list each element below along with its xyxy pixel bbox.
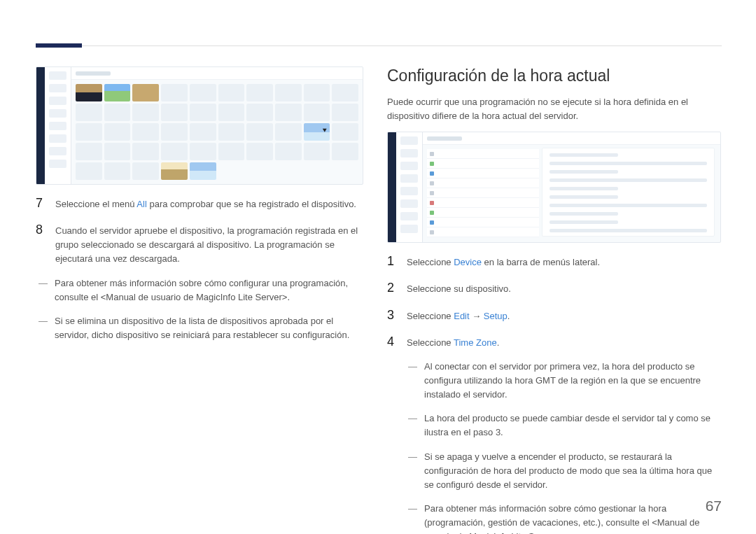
step-text: Seleccione el menú All para comprobar qu… bbox=[55, 197, 363, 211]
text-part: . bbox=[507, 311, 510, 321]
header-divider bbox=[36, 45, 722, 46]
step-8: 8 Cuando el servidor apruebe el disposit… bbox=[36, 223, 363, 266]
note-text: Al conectar con el servidor por primera … bbox=[424, 360, 721, 402]
link-all: All bbox=[136, 199, 146, 209]
step-2: 2 Seleccione su dispositivo. bbox=[387, 281, 721, 296]
note-item: Para obtener más información sobre cómo … bbox=[36, 276, 363, 304]
note-item: Para obtener más información sobre cómo … bbox=[387, 502, 721, 534]
text-part: . bbox=[497, 337, 500, 348]
page-number: 67 bbox=[706, 498, 722, 514]
step-number: 1 bbox=[387, 254, 397, 269]
step-number: 4 bbox=[387, 335, 397, 350]
right-column: Configuración de la hora actual Puede oc… bbox=[387, 66, 721, 534]
text-part: para comprobar que se ha registrado el d… bbox=[147, 199, 356, 209]
step-text: Cuando el servidor apruebe el dispositiv… bbox=[55, 224, 363, 266]
text-part: en la barra de menús lateral. bbox=[482, 257, 600, 267]
note-item: Si se apaga y vuelve a encender el produ… bbox=[387, 450, 721, 492]
step-7: 7 Seleccione el menú All para comprobar … bbox=[36, 196, 363, 211]
step-4: 4 Seleccione Time Zone. bbox=[387, 335, 721, 350]
intro-paragraph: Puede ocurrir que una programación no se… bbox=[387, 95, 721, 123]
link-setup: Setup bbox=[484, 311, 507, 321]
text-part: Seleccione bbox=[407, 311, 454, 321]
step-3: 3 Seleccione Edit → Setup. bbox=[387, 308, 721, 323]
step-text: Seleccione Device en la barra de menús l… bbox=[407, 255, 721, 269]
step-text: Seleccione su dispositivo. bbox=[407, 282, 721, 296]
text-part: Seleccione el menú bbox=[55, 199, 136, 209]
note-text: La hora del producto se puede cambiar de… bbox=[424, 412, 721, 440]
header-accent-bar bbox=[36, 43, 82, 48]
step-1: 1 Seleccione Device en la barra de menús… bbox=[387, 254, 721, 269]
link-device: Device bbox=[454, 257, 482, 267]
text-arrow: → bbox=[470, 311, 484, 321]
left-column: 7 Seleccione el menú All para comprobar … bbox=[36, 66, 363, 342]
note-text: Para obtener más información sobre cómo … bbox=[55, 276, 363, 304]
note-item: Al conectar con el servidor por primera … bbox=[387, 360, 721, 402]
note-item: Si se elimina un dispositivo de la lista… bbox=[36, 314, 363, 342]
step-number: 8 bbox=[36, 223, 46, 238]
screenshot-device-setup bbox=[387, 132, 721, 243]
step-number: 7 bbox=[36, 196, 46, 211]
note-item: La hora del producto se puede cambiar de… bbox=[387, 412, 721, 440]
text-part: Seleccione bbox=[407, 257, 454, 267]
link-edit: Edit bbox=[454, 311, 469, 321]
note-text: Para obtener más información sobre cómo … bbox=[424, 502, 721, 534]
note-text: Si se apaga y vuelve a encender el produ… bbox=[424, 450, 721, 492]
step-text: Seleccione Time Zone. bbox=[407, 336, 721, 350]
step-text: Seleccione Edit → Setup. bbox=[407, 309, 721, 323]
section-heading: Configuración de la hora actual bbox=[387, 66, 721, 85]
screenshot-device-grid bbox=[36, 66, 363, 185]
link-timezone: Time Zone bbox=[454, 337, 497, 348]
note-text: Si se elimina un dispositivo de la lista… bbox=[55, 314, 363, 342]
text-part: Seleccione bbox=[407, 337, 454, 348]
step-number: 3 bbox=[387, 308, 397, 323]
step-number: 2 bbox=[387, 281, 397, 296]
